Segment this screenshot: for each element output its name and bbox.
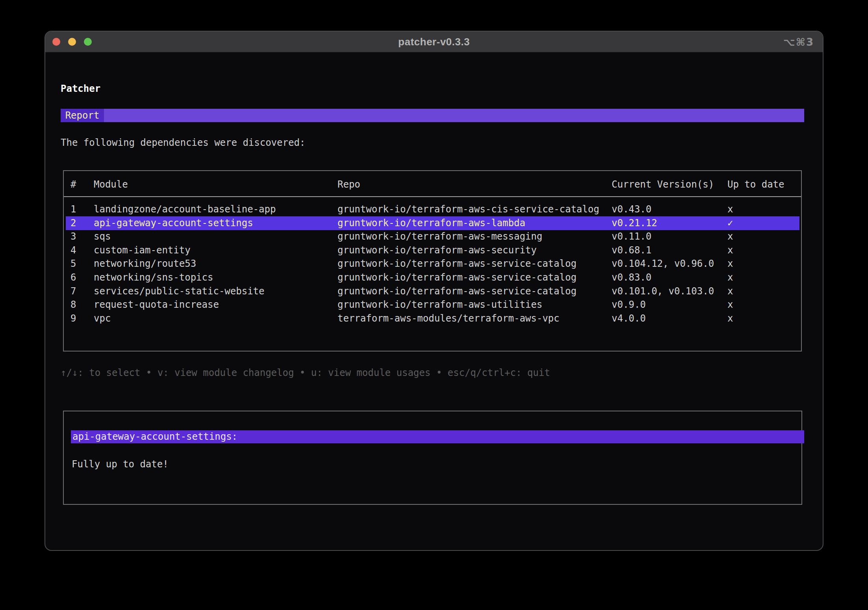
table-row[interactable]: 4custom-iam-entitygruntwork-io/terraform…: [66, 244, 799, 257]
cell-module: api-gateway-account-settings: [94, 216, 253, 230]
cell-up-to-date: x: [727, 203, 733, 216]
cell-version: v0.83.0: [612, 271, 651, 285]
cell-num: 3: [70, 230, 76, 244]
cell-version: v0.21.12: [612, 216, 657, 230]
cell-version: v0.104.12, v0.96.0: [612, 257, 714, 271]
intro-text: The following dependencies were discover…: [61, 137, 305, 149]
cell-repo: gruntwork-io/terraform-aws-messaging: [338, 230, 542, 244]
cell-module: request-quota-increase: [94, 298, 219, 312]
cell-up-to-date: x: [727, 312, 733, 325]
window-titlebar[interactable]: patcher-v0.3.3 ⌥⌘3: [45, 32, 823, 52]
cell-version: v0.43.0: [612, 203, 651, 216]
cell-num: 8: [70, 298, 76, 312]
table-rows: 1landingzone/account-baseline-appgruntwo…: [64, 171, 801, 351]
cell-repo: gruntwork-io/terraform-aws-service-catal…: [338, 271, 577, 285]
module-detail-title: api-gateway-account-settings:: [71, 430, 804, 443]
cell-num: 2: [70, 216, 76, 230]
dependencies-table: # Module Repo Current Version(s) Up to d…: [63, 170, 802, 351]
tab-report[interactable]: Report: [61, 109, 104, 122]
cell-repo: gruntwork-io/terraform-aws-utilities: [338, 298, 542, 312]
cell-repo: gruntwork-io/terraform-aws-security: [338, 244, 537, 257]
cell-version: v4.0.0: [612, 312, 646, 325]
cell-version: v0.68.1: [612, 244, 651, 257]
report-tab-bar: Report: [61, 109, 804, 122]
terminal-window: patcher-v0.3.3 ⌥⌘3 Patcher Report The fo…: [45, 31, 823, 551]
cell-num: 9: [70, 312, 76, 325]
cell-module: networking/sns-topics: [94, 271, 213, 285]
cell-up-to-date: x: [727, 298, 733, 312]
cell-num: 1: [70, 203, 76, 216]
table-row[interactable]: 2api-gateway-account-settingsgruntwork-i…: [66, 216, 799, 230]
cell-module: services/public-static-website: [94, 285, 264, 298]
keybinding-help: ↑/↓: to select • v: view module changelo…: [61, 367, 550, 379]
cell-up-to-date: x: [727, 285, 733, 298]
cell-module: landingzone/account-baseline-app: [94, 203, 276, 216]
cell-up-to-date: ✓: [727, 216, 733, 230]
cell-repo: gruntwork-io/terraform-aws-lambda: [338, 216, 525, 230]
cell-num: 7: [70, 285, 76, 298]
cell-repo: gruntwork-io/terraform-aws-cis-service-c…: [338, 203, 599, 216]
table-row[interactable]: 7services/public-static-websitegruntwork…: [66, 285, 799, 298]
cell-num: 6: [70, 271, 76, 285]
window-title: patcher-v0.3.3: [45, 32, 823, 52]
cell-module: sqs: [94, 230, 111, 244]
cell-module: vpc: [94, 312, 111, 325]
table-row[interactable]: 8request-quota-increasegruntwork-io/terr…: [66, 298, 799, 312]
app-heading: Patcher: [61, 83, 100, 95]
table-row[interactable]: 1landingzone/account-baseline-appgruntwo…: [66, 203, 799, 216]
table-row[interactable]: 9vpcterraform-aws-modules/terraform-aws-…: [66, 312, 799, 325]
cell-repo: gruntwork-io/terraform-aws-service-catal…: [338, 285, 577, 298]
cell-up-to-date: x: [727, 271, 733, 285]
tab-shortcut-badge: ⌥⌘3: [783, 32, 814, 52]
table-row[interactable]: 6networking/sns-topicsgruntwork-io/terra…: [66, 271, 799, 285]
cell-up-to-date: x: [727, 230, 733, 244]
cell-version: v0.101.0, v0.103.0: [612, 285, 714, 298]
cell-version: v0.11.0: [612, 230, 651, 244]
table-row[interactable]: 3sqsgruntwork-io/terraform-aws-messaging…: [66, 230, 799, 244]
cell-module: networking/route53: [94, 257, 196, 271]
module-detail-body: Fully up to date!: [72, 458, 169, 470]
cell-num: 5: [70, 257, 76, 271]
cell-repo: gruntwork-io/terraform-aws-service-catal…: [338, 257, 577, 271]
cell-num: 4: [70, 244, 76, 257]
cell-version: v0.9.0: [612, 298, 646, 312]
table-row[interactable]: 5networking/route53gruntwork-io/terrafor…: [66, 257, 799, 271]
cell-up-to-date: x: [727, 244, 733, 257]
cell-up-to-date: x: [727, 257, 733, 271]
module-detail-box: [63, 411, 802, 505]
cell-module: custom-iam-entity: [94, 244, 191, 257]
cell-repo: terraform-aws-modules/terraform-aws-vpc: [338, 312, 560, 325]
